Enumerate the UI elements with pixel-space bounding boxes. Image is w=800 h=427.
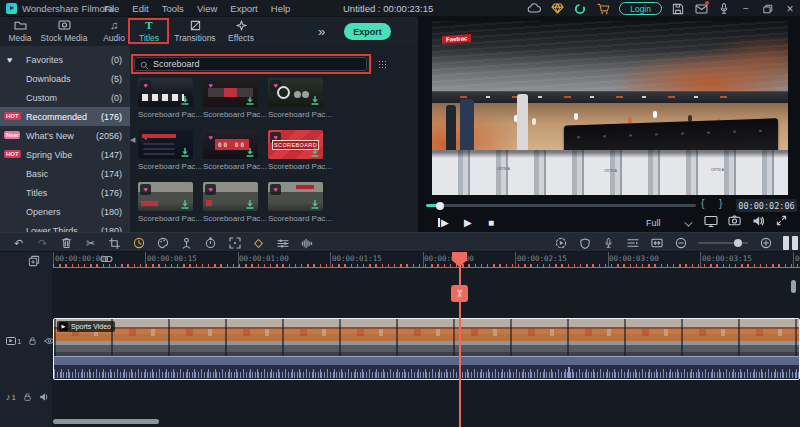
sidebar-item-basic[interactable]: Basic (174) [0,164,130,183]
download-icon[interactable] [311,148,319,157]
mark-in-icon[interactable]: { [701,198,704,209]
fullscreen-icon[interactable] [776,215,790,229]
vertical-scrollbar[interactable] [791,280,796,293]
download-icon[interactable] [181,96,189,105]
restore-button[interactable] [761,2,775,16]
favorite-heart-badge[interactable]: ♥ [140,184,151,195]
record-voiceover-icon[interactable] [602,237,615,250]
title-template-card[interactable]: ♥ Scoreboard Pac... [268,78,323,119]
tab-transitions[interactable]: Transitions [170,19,220,43]
download-icon[interactable] [181,148,189,157]
motion-tracking-icon[interactable] [180,237,193,250]
download-icon[interactable] [246,200,254,209]
favorite-heart-badge[interactable]: ♥ [140,80,151,91]
upgrade-gem-icon[interactable] [550,2,564,16]
favorite-heart-badge[interactable]: ♥ [205,184,216,195]
undo-icon[interactable]: ↶ [12,237,25,250]
more-tabs-chevrons[interactable]: » [318,24,324,39]
title-template-card[interactable]: ♥ Scoreboard Pac... [268,182,323,223]
download-icon[interactable] [311,200,319,209]
sports-video-clip[interactable]: ▶ Sports Video [53,318,800,380]
color-palette-icon[interactable] [156,237,169,250]
volume-speaker-icon[interactable] [752,215,766,229]
favorite-heart-badge[interactable]: ♥ [270,80,281,91]
minimize-button[interactable]: − [740,2,752,16]
save-icon[interactable] [671,2,685,16]
lock-icon[interactable] [28,336,37,346]
search-input[interactable] [153,59,333,69]
favorite-heart-badge[interactable]: ♥ [140,132,151,143]
store-cart-icon[interactable] [596,2,610,16]
lock-icon[interactable] [23,392,32,402]
tab-stock-media[interactable]: Stock Media [39,19,89,43]
favorite-heart-badge[interactable]: ♥ [205,80,216,91]
delete-icon[interactable] [60,237,73,250]
download-icon[interactable] [246,148,254,157]
mark-out-icon[interactable]: } [719,198,722,209]
zoom-in-icon[interactable] [759,237,772,250]
menu-export[interactable]: Export [230,3,257,14]
duration-timer-icon[interactable] [204,237,217,250]
favorite-heart-badge[interactable]: ♥ [270,184,281,195]
render-preview-icon[interactable] [554,237,567,250]
chevron-down-icon[interactable] [684,218,692,226]
link-clips-icon[interactable] [100,255,114,268]
zoom-out-icon[interactable] [674,237,687,250]
sync-icon[interactable] [573,2,587,16]
audio-stretch-icon[interactable] [300,237,313,250]
play-icon[interactable]: ▶ [464,217,472,228]
snap-tracks-icon[interactable] [626,237,639,250]
sidebar-item-openers[interactable]: Openers (180) [0,202,130,221]
cloud-icon[interactable] [527,2,541,16]
timeline-zoom-slider[interactable] [698,242,748,244]
sidebar-item-titles[interactable]: Titles (176) [0,183,130,202]
layout-toggle-bars[interactable] [783,236,798,250]
collapse-panel-icon[interactable]: ◀ [130,136,135,144]
download-icon[interactable] [246,96,254,105]
menu-view[interactable]: View [197,3,217,14]
sidebar-item-custom[interactable]: Custom (0) [0,88,130,107]
title-template-card[interactable]: ♥ Scoreboard Pac... [203,78,258,119]
voiceover-mic-icon[interactable] [717,2,731,16]
focus-tracker-icon[interactable] [228,237,241,250]
redo-icon[interactable]: ↷ [36,237,49,250]
menu-help[interactable]: Help [271,3,291,14]
login-button[interactable]: Login [619,2,662,15]
tab-titles[interactable]: T Titles [124,19,174,43]
title-template-card[interactable]: ♥ Scoreboard Pac... [138,78,193,119]
menu-tools[interactable]: Tools [162,3,184,14]
tab-effects[interactable]: Effects [216,19,266,43]
menu-edit[interactable]: Edit [132,3,148,14]
seek-bar[interactable] [426,204,696,207]
title-template-card[interactable]: ♥ Scoreboard Pac... [138,182,193,223]
close-button[interactable]: × [784,2,796,16]
manage-tracks-icon[interactable] [28,255,42,268]
title-template-card[interactable]: ♥ Scoreboard Pac... [203,182,258,223]
stop-icon[interactable]: ■ [488,217,494,228]
sidebar-item-downloads[interactable]: Downloads (5) [0,69,130,88]
search-box[interactable] [134,57,367,71]
crop-icon[interactable] [108,237,121,250]
download-icon[interactable] [311,96,319,105]
speaker-icon[interactable] [39,392,49,402]
sidebar-item-lower-thirds[interactable]: Lower Thirds (180) [0,221,130,232]
sidebar-item-whats-new[interactable]: New What's New (2056) [0,126,130,145]
horizontal-scrollbar[interactable] [53,419,159,424]
seek-handle[interactable] [436,202,444,210]
timeline-ruler[interactable]: 00:00:00:00 00:00:00:15 00:00:01:00 00:0… [53,252,800,268]
zoom-to-fit-icon[interactable] [650,237,663,250]
sidebar-item-favorites[interactable]: ♥ Favorites (0) [0,50,130,69]
keyframe-diamond-icon[interactable] [252,237,265,250]
next-frame-icon[interactable]: ▶ [438,217,449,228]
adjust-sliders-icon[interactable] [276,237,289,250]
playhead-line[interactable] [459,252,461,427]
snapshot-camera-icon[interactable] [728,215,742,229]
sidebar-item-recommended[interactable]: HOT Recommended (176) [0,107,130,126]
notifications-icon[interactable] [694,2,708,16]
split-scissors-icon[interactable]: ✂ [84,237,97,250]
marker-shield-icon[interactable] [578,237,591,250]
zoom-fit-dropdown[interactable]: Full [646,218,661,228]
title-template-card[interactable]: ♥ 00 00 Scoreboard Pac... [203,130,258,171]
export-button[interactable]: Export [344,23,391,40]
display-device-icon[interactable] [704,215,718,229]
